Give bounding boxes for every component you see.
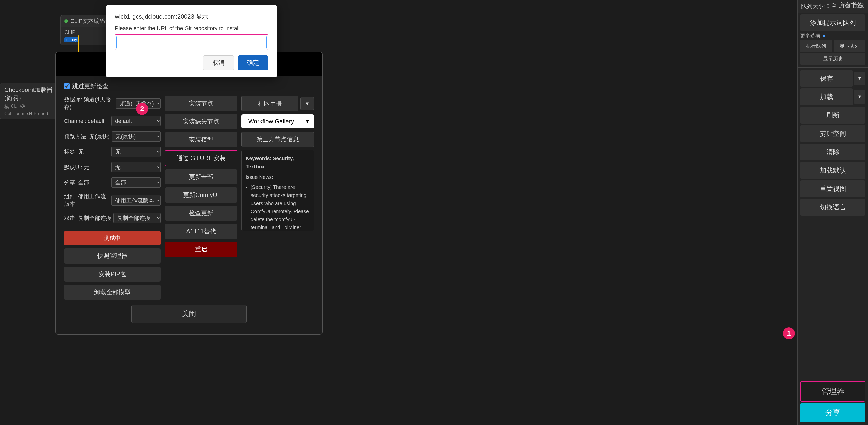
install-node-btn[interactable]: 安装节点 bbox=[165, 96, 237, 111]
database-label: 数据库: 频道(1天缓存) bbox=[64, 96, 114, 111]
dialog-input[interactable] bbox=[116, 36, 267, 49]
manager-close-row: 关闭 bbox=[64, 305, 314, 328]
dialog-label: Please enter the URL of the Git reposito… bbox=[115, 25, 268, 32]
manager-body: 跳过更新检查 数据库: 频道(1天缓存) 频道(1天缓存) Channel: d… bbox=[56, 76, 322, 334]
workflow-gallery-btn[interactable]: Workflow Gallery bbox=[242, 115, 300, 128]
manager-sidebar-btn[interactable]: 管理器 bbox=[800, 381, 866, 401]
skip-update-label: 跳过更新检查 bbox=[72, 82, 108, 90]
save-btn[interactable]: 保存 bbox=[800, 70, 853, 87]
snapshot-btn[interactable]: 快照管理器 bbox=[64, 248, 161, 264]
dialog-confirm-btn[interactable]: 确定 bbox=[238, 55, 268, 70]
dialog-input-wrap bbox=[115, 34, 268, 50]
restart-btn[interactable]: 重启 bbox=[165, 242, 237, 257]
double-click-row: 双击: 复制全部连接 复制全部连接 bbox=[64, 213, 161, 223]
bookmarks-label: 所有书签 bbox=[839, 1, 863, 9]
node-dot bbox=[64, 20, 68, 23]
clear-btn[interactable]: 清除 bbox=[800, 144, 866, 160]
manager-info-box: Keywords: Security, Textbox Issue News: … bbox=[241, 150, 314, 231]
more-options-row: 更多选项 ■ bbox=[798, 31, 868, 39]
manager-center-col: 安装节点 安装缺失节点 安装模型 通过 Git URL 安装 更新全部 更新Co… bbox=[165, 96, 237, 300]
dialog-box: wlcb1-gcs.jdcloud.com:20023 显示 Please en… bbox=[106, 5, 277, 77]
manager-panel: ComfyUI管理器 跳过更新检查 数据库: 频道(1天缓存) 频道(1天缓存)… bbox=[56, 52, 322, 335]
load-default-btn[interactable]: 加载默认 bbox=[800, 162, 866, 179]
dialog-cancel-btn[interactable]: 取消 bbox=[203, 55, 234, 70]
share-label: 分享: 全部 bbox=[64, 179, 110, 186]
info-subtitle: Issue News: bbox=[246, 173, 310, 181]
info-list: [Security] There are security attacks ta… bbox=[251, 183, 310, 231]
git-url-btn[interactable]: 通过 Git URL 安装 bbox=[165, 150, 237, 166]
right-sidebar: 队列大小: 0 ⚙ ☰ ✕ 添加提示词队列 更多选项 ■ 执行队列 显示队列 显… bbox=[798, 0, 868, 425]
skip-update-checkbox[interactable] bbox=[64, 83, 69, 89]
manager-grid: 数据库: 频道(1天缓存) 频道(1天缓存) Channel: default … bbox=[64, 96, 314, 300]
install-model-btn[interactable]: 安装模型 bbox=[165, 132, 237, 147]
channel-label: Channel: default bbox=[64, 118, 110, 124]
badge-s-boy: s_boy bbox=[64, 37, 79, 42]
refresh-btn[interactable]: 刷新 bbox=[800, 107, 866, 124]
community-dropdown-arrow[interactable]: ▼ bbox=[300, 97, 314, 110]
reset-view-btn[interactable]: 重置视图 bbox=[800, 180, 866, 197]
unload-btn[interactable]: 卸载全部模型 bbox=[64, 285, 161, 300]
third-party-btn[interactable]: 第三方节点信息 bbox=[241, 131, 314, 147]
install-missing-btn[interactable]: 安装缺失节点 bbox=[165, 114, 237, 129]
clipboard-btn[interactable]: 剪贴空间 bbox=[800, 125, 866, 142]
manager-left-col: 数据库: 频道(1天缓存) 频道(1天缓存) Channel: default … bbox=[64, 96, 161, 300]
save-row: 保存 ▼ bbox=[798, 70, 868, 87]
tag-label: 标签: 无 bbox=[64, 148, 110, 156]
top-bar: 🗂 所有书签 bbox=[793, 0, 868, 10]
share-row: 分享: 全部 全部 bbox=[64, 177, 161, 188]
manager-right-col: 社区手册 ▼ Workflow Gallery ▼ 第三方节点信息 Keywor… bbox=[241, 96, 314, 300]
share-sidebar-btn[interactable]: 分享 bbox=[800, 403, 866, 423]
checkpoint-node-label: Checkpoint加载器(简易） bbox=[4, 86, 53, 101]
queue-sub-btns: 执行队列 显示队列 bbox=[798, 39, 868, 52]
tag-select[interactable]: 无 bbox=[112, 147, 161, 157]
third-party-row: 第三方节点信息 bbox=[241, 131, 314, 147]
num-circle-2: 2 bbox=[136, 103, 148, 115]
double-click-select[interactable]: 复制全部连接 bbox=[113, 213, 161, 223]
clip-encoder-title: CLIP文本编码器 bbox=[70, 18, 111, 25]
channel-select[interactable]: default bbox=[112, 116, 161, 126]
sidebar-bottom: 管理器 分享 bbox=[798, 380, 868, 425]
more-options-label: 更多选项 bbox=[800, 32, 820, 39]
double-click-label: 双击: 复制全部连接 bbox=[64, 214, 112, 222]
folder-icon: 🗂 bbox=[831, 2, 837, 8]
preview-row: 预览方法: 无(最快) 无(最快) bbox=[64, 131, 161, 142]
update-comfy-btn[interactable]: 更新ComfyUI bbox=[165, 187, 237, 203]
community-btn[interactable]: 社区手册 bbox=[241, 96, 298, 111]
display-queue-btn[interactable]: 显示队列 bbox=[834, 40, 866, 52]
default-ui-label: 默认UI: 无 bbox=[64, 163, 110, 171]
check-update-btn[interactable]: 检查更新 bbox=[165, 206, 237, 221]
switch-lang-btn[interactable]: 切换语言 bbox=[800, 199, 866, 216]
run-queue-btn[interactable]: 执行队列 bbox=[800, 40, 832, 52]
save-arrow-btn[interactable]: ▼ bbox=[854, 72, 866, 85]
share-select[interactable]: 全部 bbox=[112, 177, 161, 188]
add-prompt-btn[interactable]: 添加提示词队列 bbox=[800, 14, 866, 31]
update-all-btn[interactable]: 更新全部 bbox=[165, 169, 237, 184]
default-ui-row: 默认UI: 无 无 bbox=[64, 162, 161, 172]
tag-row: 标签: 无 无 bbox=[64, 147, 161, 157]
load-row: 加载 ▼ bbox=[798, 87, 868, 105]
info-title: Keywords: Security, Textbox bbox=[246, 154, 310, 171]
history-btn[interactable]: 显示历史 bbox=[800, 53, 866, 65]
component-row: 组件: 使用工作流版本 使用工作流版本 bbox=[64, 193, 161, 208]
workflow-gallery-arrow[interactable]: ▼ bbox=[301, 116, 313, 127]
manager-close-btn[interactable]: 关闭 bbox=[131, 305, 247, 323]
workflow-gallery-row: Workflow Gallery ▼ bbox=[241, 114, 314, 128]
dialog-buttons: 取消 确定 bbox=[115, 55, 268, 70]
load-arrow-btn[interactable]: ▼ bbox=[854, 90, 866, 103]
channel-row: Channel: default default bbox=[64, 116, 161, 126]
component-label: 组件: 使用工作流版本 bbox=[64, 193, 110, 208]
pip-btn[interactable]: 安装PIP包 bbox=[64, 267, 161, 282]
load-btn[interactable]: 加载 bbox=[800, 88, 853, 105]
testing-badge: 测试中 bbox=[64, 231, 161, 245]
checkpoint-node: Checkpoint加载器(简易） 模 CLi VAI Cbhilloutmix… bbox=[0, 83, 58, 119]
dialog-domain: wlcb1-gcs.jdcloud.com:20023 显示 bbox=[115, 12, 268, 21]
preview-label: 预览方法: 无(最快) bbox=[64, 133, 110, 140]
more-options-checkbox[interactable]: ■ bbox=[823, 33, 826, 38]
community-row: 社区手册 ▼ bbox=[241, 96, 314, 111]
skip-update-row: 跳过更新检查 bbox=[64, 82, 314, 90]
a1111-btn[interactable]: A1111替代 bbox=[165, 224, 237, 239]
preview-select[interactable]: 无(最快) bbox=[112, 131, 161, 142]
default-ui-select[interactable]: 无 bbox=[112, 162, 161, 172]
num-circle-1: 1 bbox=[783, 327, 795, 339]
component-select[interactable]: 使用工作流版本 bbox=[112, 195, 161, 206]
